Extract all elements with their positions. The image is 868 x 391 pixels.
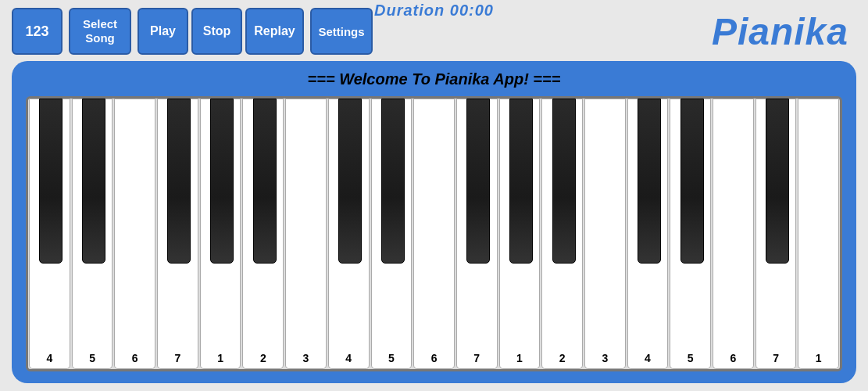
black-key[interactable] <box>766 99 789 264</box>
white-keys: 4567123456712345671 <box>28 99 840 369</box>
black-key[interactable] <box>210 99 234 264</box>
stop-button[interactable]: Stop <box>191 8 242 55</box>
play-button[interactable]: Play <box>138 8 188 55</box>
black-key[interactable] <box>509 99 533 264</box>
keyboard-wrapper: 4567123456712345671 <box>26 96 842 371</box>
white-key[interactable]: 6 <box>413 99 455 369</box>
white-key[interactable]: 3 <box>584 99 626 369</box>
app-title: Pianika <box>712 10 848 53</box>
black-key[interactable] <box>466 99 490 264</box>
replay-button[interactable]: Replay <box>245 8 304 55</box>
black-key[interactable] <box>638 99 661 264</box>
white-key[interactable]: 1 <box>798 99 839 369</box>
black-key[interactable] <box>381 99 405 264</box>
white-key[interactable]: 6 <box>114 99 155 369</box>
settings-button[interactable]: Settings <box>310 8 373 55</box>
white-key[interactable]: 6 <box>713 99 754 369</box>
black-key[interactable] <box>338 99 362 264</box>
black-key[interactable] <box>552 99 576 264</box>
num-button[interactable]: 123 <box>12 8 63 55</box>
black-key[interactable] <box>253 99 277 264</box>
piano-container: === Welcome To Pianika App! === 45671234… <box>12 61 856 383</box>
top-bar: Duration 00:00 123 SelectSong Play Stop … <box>12 8 856 55</box>
black-key[interactable] <box>82 99 105 264</box>
duration-display: Duration 00:00 <box>374 2 494 20</box>
black-key[interactable] <box>167 99 191 264</box>
select-song-button[interactable]: SelectSong <box>69 8 131 55</box>
welcome-text: === Welcome To Pianika App! === <box>308 70 561 88</box>
black-key[interactable] <box>39 99 63 264</box>
white-key[interactable]: 3 <box>285 99 327 369</box>
black-key[interactable] <box>680 99 704 264</box>
